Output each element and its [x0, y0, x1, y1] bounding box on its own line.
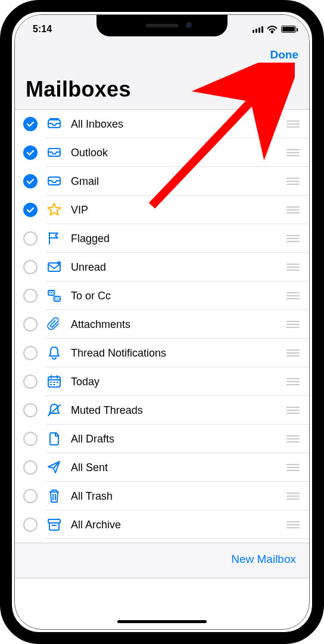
- mailbox-label: Attachments: [71, 318, 286, 331]
- drag-handle-icon[interactable]: [286, 407, 300, 414]
- drag-handle-icon[interactable]: [286, 493, 300, 500]
- page-title: Mailboxes: [26, 77, 298, 104]
- drag-handle-icon[interactable]: [286, 521, 300, 528]
- all-inboxes-icon: [46, 116, 63, 132]
- checkbox[interactable]: [23, 432, 38, 446]
- drag-handle-icon[interactable]: [286, 206, 300, 213]
- unread-icon: [46, 259, 63, 275]
- inbox-icon: [46, 145, 63, 160]
- drag-handle-icon[interactable]: [286, 292, 300, 299]
- mailbox-label: All Inboxes: [71, 118, 286, 131]
- checkbox[interactable]: [23, 231, 38, 246]
- mailbox-label: Outlook: [71, 147, 286, 159]
- drag-handle-icon[interactable]: [286, 178, 300, 185]
- toolbar: New Mailbox: [15, 543, 309, 578]
- checkbox[interactable]: [23, 460, 38, 475]
- mailbox-list: All InboxesOutlookGmailVIPFlaggedUnreadT…: [15, 110, 309, 539]
- mailbox-row-flagged[interactable]: Flagged: [15, 224, 309, 253]
- mailbox-row-attachments[interactable]: Attachments: [15, 310, 309, 339]
- bell-icon: [46, 345, 63, 361]
- bell-slash-icon: [46, 402, 63, 418]
- paperplane-icon: [46, 460, 63, 475]
- device-frame: 5:14 Done Mailboxes All InboxesOutlookGm…: [0, 0, 324, 644]
- drag-handle-icon[interactable]: [286, 235, 300, 242]
- mailbox-row-all-sent[interactable]: All Sent: [15, 453, 309, 482]
- checkbox[interactable]: [23, 145, 38, 160]
- mailbox-label: All Sent: [71, 462, 286, 474]
- checkbox[interactable]: [23, 174, 38, 188]
- mailbox-row-all-archive[interactable]: All Archive: [15, 510, 309, 539]
- mailbox-row-all-inboxes[interactable]: All Inboxes: [15, 110, 309, 138]
- mailbox-row-outlook[interactable]: Outlook: [15, 138, 309, 167]
- drag-handle-icon[interactable]: [286, 435, 300, 442]
- checkbox[interactable]: [23, 403, 38, 417]
- mailbox-row-gmail[interactable]: Gmail: [15, 167, 309, 196]
- checkbox[interactable]: [23, 374, 38, 389]
- home-indicator[interactable]: [117, 620, 207, 623]
- mailbox-label: To or Cc: [71, 290, 286, 302]
- mailbox-row-vip[interactable]: VIP: [15, 196, 309, 224]
- mailbox-label: All Drafts: [71, 433, 286, 445]
- flag-icon: [46, 231, 63, 246]
- status-time: 5:14: [33, 24, 52, 35]
- mailbox-label: Today: [71, 376, 286, 388]
- checkbox[interactable]: [23, 518, 38, 532]
- new-mailbox-button[interactable]: New Mailbox: [231, 553, 296, 566]
- mailbox-row-all-trash[interactable]: All Trash: [15, 482, 309, 510]
- mailbox-row-all-drafts[interactable]: All Drafts: [15, 425, 309, 453]
- mailbox-label: All Trash: [71, 490, 286, 503]
- drag-handle-icon[interactable]: [286, 378, 300, 385]
- drag-handle-icon[interactable]: [286, 321, 300, 328]
- checkbox[interactable]: [23, 346, 38, 360]
- mailbox-row-unread[interactable]: Unread: [15, 253, 309, 281]
- mailbox-label: Flagged: [71, 233, 286, 245]
- mailbox-row-muted-threads[interactable]: Muted Threads: [15, 396, 309, 425]
- mailbox-label: Unread: [71, 261, 286, 274]
- to-cc-icon: [46, 288, 63, 304]
- mailbox-row-thread-notifications[interactable]: Thread Notifications: [15, 339, 309, 367]
- trash-icon: [46, 488, 63, 504]
- svg-point-15: [272, 31, 273, 33]
- checkbox[interactable]: [23, 317, 38, 332]
- wifi-icon: [267, 26, 278, 33]
- mailbox-label: All Archive: [71, 519, 286, 531]
- nav-bar: Done Mailboxes: [15, 40, 309, 110]
- drag-handle-icon[interactable]: [286, 349, 300, 357]
- mailbox-label: Thread Notifications: [71, 347, 286, 360]
- checkbox[interactable]: [23, 117, 38, 131]
- calendar-icon: [46, 374, 63, 389]
- checkbox[interactable]: [23, 260, 38, 274]
- drag-handle-icon[interactable]: [286, 464, 300, 471]
- cellular-signal-icon: [253, 26, 263, 33]
- mailbox-row-today[interactable]: Today: [15, 367, 309, 396]
- checkbox[interactable]: [23, 289, 38, 303]
- archive-icon: [46, 517, 63, 532]
- drag-handle-icon[interactable]: [286, 120, 300, 128]
- mailbox-label: VIP: [71, 204, 286, 216]
- checkbox[interactable]: [23, 489, 38, 503]
- drag-handle-icon[interactable]: [286, 149, 300, 156]
- done-button[interactable]: Done: [270, 48, 299, 61]
- mailbox-label: Muted Threads: [71, 404, 286, 417]
- checkbox[interactable]: [23, 203, 38, 217]
- notch: [96, 15, 228, 36]
- battery-icon: [281, 26, 296, 33]
- document-icon: [46, 431, 63, 447]
- mailbox-label: Gmail: [71, 175, 286, 188]
- star-icon: [46, 202, 63, 218]
- mailbox-row-to-or-cc[interactable]: To or Cc: [15, 281, 309, 310]
- drag-handle-icon[interactable]: [286, 264, 300, 271]
- paperclip-icon: [46, 317, 63, 332]
- inbox-icon: [46, 174, 63, 189]
